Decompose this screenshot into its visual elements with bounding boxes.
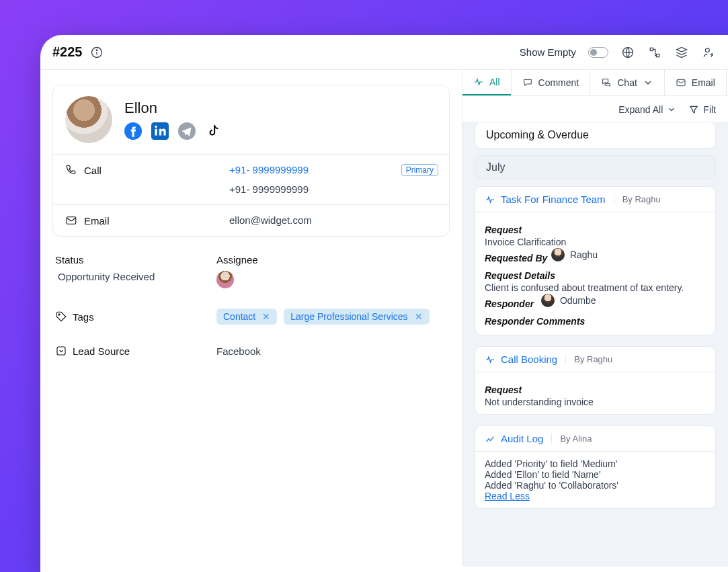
mail-icon bbox=[676, 77, 686, 88]
assignee-label: Assignee bbox=[216, 254, 447, 265]
expand-all-button[interactable]: Expand All bbox=[618, 104, 676, 115]
tab-comment[interactable]: Comment bbox=[511, 70, 590, 95]
tag-large-professional-services[interactable]: Large Professional Services✕ bbox=[284, 309, 429, 325]
activity-by: By Raghu bbox=[614, 194, 661, 204]
telegram-icon[interactable] bbox=[178, 122, 196, 140]
activity-title[interactable]: Task For Finance Team bbox=[485, 194, 606, 205]
lead-source-label: Lead Source bbox=[55, 345, 216, 357]
profile-card: Ellon Call Prim bbox=[52, 85, 450, 237]
activity-title[interactable]: Call Booking bbox=[485, 354, 557, 365]
mail-icon bbox=[65, 214, 77, 227]
svg-rect-14 bbox=[57, 347, 65, 355]
stack-icon[interactable] bbox=[674, 45, 689, 60]
request-details-heading: Request Details bbox=[485, 270, 706, 281]
svg-point-2 bbox=[96, 50, 97, 50]
phone-icon bbox=[65, 164, 77, 176]
request-value: Invoice Clarification bbox=[485, 237, 706, 247]
show-empty-label: Show Empty bbox=[520, 46, 576, 58]
svg-point-10 bbox=[155, 126, 157, 128]
primary-badge: Primary bbox=[401, 164, 438, 176]
tag-remove-icon[interactable]: ✕ bbox=[415, 311, 423, 322]
hierarchy-icon[interactable] bbox=[647, 45, 662, 60]
section-upcoming-overdue[interactable]: Upcoming & Overdue bbox=[475, 122, 716, 149]
request-heading: Request bbox=[485, 384, 706, 395]
activity-call-booking: Call Booking By Raghu Request Not unders… bbox=[475, 346, 716, 415]
tiktok-icon[interactable] bbox=[205, 122, 223, 140]
tag-contact[interactable]: Contact✕ bbox=[216, 309, 277, 325]
comment-icon bbox=[522, 77, 533, 88]
header-bar: #225 Show Empty bbox=[40, 35, 728, 70]
tab-all[interactable]: All bbox=[462, 70, 511, 95]
assignee-avatar[interactable] bbox=[216, 271, 234, 288]
activity-icon bbox=[485, 354, 495, 365]
svg-rect-5 bbox=[657, 54, 659, 56]
svg-point-6 bbox=[705, 48, 709, 52]
app-window: #225 Show Empty Ellon bbox=[40, 35, 728, 572]
tag-remove-icon[interactable]: ✕ bbox=[262, 311, 270, 322]
facebook-icon[interactable] bbox=[124, 122, 142, 140]
svg-rect-9 bbox=[155, 129, 157, 136]
request-value: Not understanding invoice bbox=[485, 397, 706, 407]
activity-icon bbox=[473, 77, 484, 87]
activity-by: By Raghu bbox=[565, 354, 612, 364]
call-label: Call bbox=[65, 164, 227, 176]
tag-icon bbox=[55, 311, 67, 323]
audit-line: Added 'Priority' to field 'Medium' bbox=[485, 458, 706, 469]
secondary-phone[interactable]: +91- 9999999999 bbox=[229, 183, 437, 195]
tab-email[interactable]: Email bbox=[664, 70, 726, 95]
status-label: Status bbox=[55, 254, 216, 265]
tags-label: Tags bbox=[55, 311, 216, 323]
filter-icon bbox=[688, 104, 699, 115]
activity-icon bbox=[485, 194, 495, 205]
request-heading: Request bbox=[485, 224, 706, 235]
user-avatar bbox=[551, 248, 565, 261]
user-avatar bbox=[541, 294, 555, 307]
lead-source-value: Facebook bbox=[216, 345, 447, 357]
activity-tabs: All Comment Chat Email Call bbox=[462, 70, 728, 96]
svg-point-13 bbox=[58, 314, 60, 315]
responder-heading: Responder bbox=[485, 298, 538, 309]
requested-by-user[interactable]: Raghu bbox=[551, 248, 598, 261]
month-header: July bbox=[475, 155, 716, 179]
left-panel: Ellon Call Prim bbox=[40, 70, 462, 567]
status-value: Opportunity Received bbox=[55, 271, 216, 282]
activity-by: By Alina bbox=[551, 434, 592, 444]
responder-comments-heading: Responder Comments bbox=[485, 316, 706, 327]
profile-avatar bbox=[65, 96, 112, 143]
profile-name: Ellon bbox=[124, 99, 223, 117]
tab-chat[interactable]: Chat bbox=[590, 70, 664, 95]
user-share-icon[interactable] bbox=[701, 45, 716, 60]
show-empty-toggle[interactable] bbox=[588, 47, 608, 58]
info-icon[interactable] bbox=[89, 45, 104, 60]
svg-rect-4 bbox=[650, 48, 653, 50]
globe-icon[interactable] bbox=[620, 45, 635, 60]
activity-audit-log: Audit Log By Alina Added 'Priority' to f… bbox=[475, 425, 716, 509]
filter-button[interactable]: Filt bbox=[688, 104, 716, 115]
chart-icon bbox=[485, 434, 495, 444]
svg-rect-12 bbox=[67, 217, 76, 224]
read-less-link[interactable]: Read Less bbox=[485, 491, 530, 501]
audit-line: Added 'Ellon' to field 'Name' bbox=[485, 469, 706, 480]
activity-task-finance: Task For Finance Team By Raghu Request I… bbox=[475, 186, 716, 335]
activity-title[interactable]: Audit Log bbox=[485, 433, 543, 444]
linkedin-icon[interactable] bbox=[151, 122, 169, 140]
chevron-down-icon bbox=[643, 77, 653, 88]
audit-line: Added 'Raghu' to 'Collaborators' bbox=[485, 480, 706, 491]
right-panel: All Comment Chat Email Call bbox=[462, 70, 728, 567]
svg-rect-15 bbox=[677, 79, 685, 85]
chat-icon bbox=[601, 77, 612, 88]
record-id: #225 bbox=[52, 44, 83, 60]
email-value[interactable]: ellon@widget.com bbox=[229, 214, 437, 226]
chevron-down-icon bbox=[667, 105, 676, 114]
requested-by-heading: Requested By bbox=[485, 253, 549, 263]
email-label: Email bbox=[65, 214, 227, 227]
chevron-box-icon bbox=[55, 345, 67, 357]
request-details-value: Client is confused about treatment of ta… bbox=[485, 282, 706, 293]
responder-user[interactable]: Odumbe bbox=[541, 294, 596, 307]
